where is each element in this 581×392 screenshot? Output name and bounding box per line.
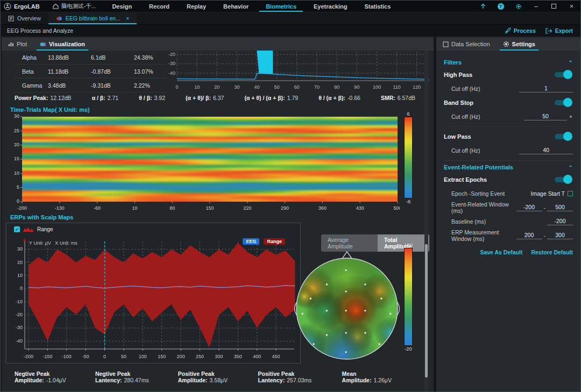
heatmap-colorbar: 6 -6 (404, 111, 413, 204)
right-tab-strip: Data Selection Settings (436, 38, 580, 51)
table-row[interactable]: Beta11.18dB-0.87dB13.07% (15, 65, 165, 79)
high-pass-cutoff-input[interactable]: 1 (519, 85, 573, 92)
tab-overview[interactable]: Overview (1, 12, 48, 24)
help-icon[interactable]: ? (492, 1, 509, 12)
epoch-sorting-value[interactable]: Image Start T (531, 190, 565, 197)
low-pass-row: Low Pass (444, 130, 573, 144)
process-button[interactable]: Process (505, 27, 536, 34)
heatmap-canvas (5, 115, 400, 212)
legend-range[interactable]: Range (264, 238, 285, 245)
event-window-to-input[interactable]: 500 (547, 204, 573, 211)
erp-chart-box: ✓ Range EEG Range (6, 223, 301, 364)
high-pass-row: High Pass (444, 68, 573, 82)
colorbar-min-label: -20 (404, 346, 413, 352)
restore-default-link[interactable]: Restore Default (531, 249, 573, 255)
tab-settings[interactable]: Settings (497, 38, 542, 51)
project-name: 脑电测试-千... (61, 3, 96, 10)
time-trials-heatmap (5, 115, 400, 215)
overview-icon (8, 16, 14, 22)
scalp-canvas (291, 248, 407, 366)
erp-window-to-input[interactable]: 300 (547, 232, 573, 239)
baseline-row: Baseline (ms) -200 (444, 215, 573, 229)
collapse-chevron-icon[interactable]: ⌃ (569, 60, 573, 66)
tab-visualization[interactable]: Visualization (33, 38, 91, 51)
erp-section-title: Event-Related Potentials (444, 164, 513, 170)
menu-behavior[interactable]: Behavior (215, 1, 257, 12)
header-bar: EEG Process and Analyze Process Export (1, 25, 580, 37)
maximize-button[interactable] (545, 1, 563, 12)
scalp-colorbar: 120 -20 (404, 242, 413, 352)
app-window: ErgoLAB 脑电测试-千... Design Record Replay B… (0, 0, 581, 392)
home-icon (53, 3, 59, 9)
app-name: ErgoLAB (14, 3, 40, 10)
analysis-panel: Plot Visualization Alpha13.88dB6.1dB24.3… (2, 37, 434, 391)
range-checkbox[interactable]: ✓ (14, 226, 20, 232)
close-button[interactable]: × (563, 1, 580, 12)
event-window-row: Event-Related Window (ms) -200 - 500 (444, 201, 573, 215)
band-stop-cutoff-row: Cut off (Hz) 50 ▼ (444, 110, 573, 124)
tab-data-selection[interactable]: Data Selection (436, 38, 497, 51)
settings-gear-icon[interactable] (509, 1, 527, 12)
eeg-brain-icon (56, 16, 62, 22)
baseline-input[interactable]: -200 (547, 218, 573, 225)
menu-record[interactable]: Record (140, 1, 178, 12)
settings-panel: Data Selection Settings Filters ⌃ High P… (436, 37, 580, 391)
event-window-from-input[interactable]: -200 (516, 204, 542, 211)
menu-design[interactable]: Design (103, 1, 140, 12)
colorbar-max-label: 120 (404, 242, 413, 248)
range-separator: - (544, 204, 546, 211)
epoch-event-checkbox[interactable] (568, 191, 573, 196)
app-logo: ErgoLAB (1, 3, 45, 10)
low-pass-toggle[interactable] (555, 134, 571, 139)
data-selection-icon (443, 41, 449, 47)
high-pass-cutoff-row: Cut off (Hz) 1 (444, 82, 573, 96)
menu-statistics[interactable]: Statistics (356, 1, 399, 12)
colorbar-min-label: -6 (404, 198, 413, 204)
erp-window-row: ERP Measurement Window (ms) 200 - 300 (444, 229, 573, 243)
menu-eyetracking[interactable]: Eyetracking (305, 1, 356, 12)
menu-replay[interactable]: Replay (178, 1, 215, 12)
export-button[interactable]: Export (545, 27, 573, 34)
high-pass-toggle[interactable] (555, 72, 571, 77)
ergolab-logo-icon (4, 3, 11, 10)
range-separator: - (544, 232, 546, 239)
settings-content: Filters ⌃ High Pass Cut off (Hz) 1 Band … (436, 51, 580, 255)
collapse-chevron-icon[interactable]: ⌃ (569, 165, 573, 170)
minimize-button[interactable]: – (527, 1, 545, 12)
erp-window-from-input[interactable]: 200 (516, 232, 542, 239)
process-rocket-icon (505, 27, 511, 34)
colorbar-max-label: 6 (404, 111, 413, 117)
filters-section-title: Filters (444, 59, 462, 66)
scrollbar-thumb[interactable] (425, 244, 428, 377)
low-pass-cutoff-input[interactable]: 40 (519, 147, 573, 154)
peak-stats-row: Negtive Peak Amplitude:-1.04μV Negtive P… (15, 370, 402, 383)
tab-close-icon[interactable]: × (126, 15, 129, 22)
band-power-table: Alpha13.88dB6.1dB24.38% Beta11.18dB-0.87… (15, 51, 165, 92)
extract-epochs-toggle[interactable] (555, 177, 571, 182)
scalp-topomap (291, 248, 407, 368)
vertical-scrollbar (424, 51, 428, 391)
menu-biometrics[interactable]: Biometrics (257, 1, 305, 12)
tab-eeg-bitbrain[interactable]: EEG bitbrain boll en... × (48, 12, 137, 24)
epoch-sorting-row: Epoch -Sorting Event Image Start T (444, 187, 573, 201)
export-icon (545, 28, 552, 34)
erps-title: ERPs with Scalp Maps (10, 214, 73, 220)
erp-canvas (6, 236, 300, 361)
plot-icon (8, 41, 14, 47)
tab-plot[interactable]: Plot (2, 38, 33, 51)
extract-epochs-row: Extract Epochs (444, 173, 573, 187)
spectrum-canvas (163, 51, 432, 91)
power-stats-row: Power Peak:12.12dB α / β:2.71 θ / β:3.92… (15, 95, 415, 101)
chevron-down-icon[interactable]: ▼ (569, 115, 573, 119)
upload-icon[interactable] (474, 1, 492, 12)
table-row[interactable]: Gamma3.48dB-9.31dB2.22% (15, 79, 165, 92)
legend-eeg[interactable]: EEG (243, 238, 259, 245)
table-row[interactable]: Alpha13.88dB6.1dB24.38% (15, 51, 165, 65)
project-tab[interactable]: 脑电测试-千... (45, 1, 104, 12)
visualization-icon (40, 41, 46, 47)
save-as-default-link[interactable]: Save As Default (480, 249, 522, 255)
band-stop-cutoff-select[interactable]: 50 (524, 113, 567, 120)
band-stop-toggle[interactable] (555, 100, 571, 105)
time-trials-title: Time-Trials Map( X Unit: ms) (10, 106, 90, 113)
document-tab-bar: Overview EEG bitbrain boll en... × (1, 12, 580, 25)
